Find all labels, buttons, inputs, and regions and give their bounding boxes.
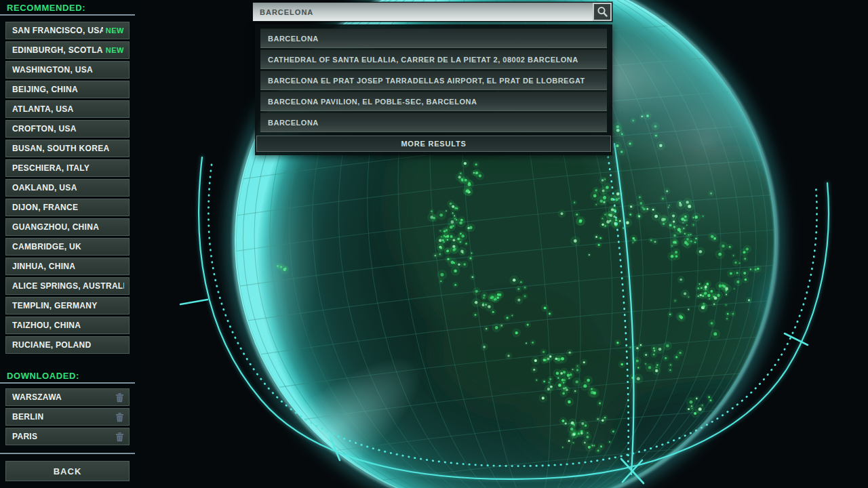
location-sidebar: RECOMMENDED: SAN FRANCISCO, USANEWEDINBU…: [0, 0, 135, 488]
recommended-item[interactable]: CAMBRIDGE, UK: [5, 238, 130, 256]
city-label: WASHINGTON, USA: [12, 65, 124, 75]
city-label: BERLIN: [12, 412, 113, 422]
city-label: TEMPLIN, GERMANY: [12, 301, 124, 310]
city-label: CAMBRIDGE, UK: [12, 242, 124, 251]
search-button[interactable]: [593, 3, 612, 21]
recommended-item[interactable]: BEIJING, CHINA: [5, 81, 130, 98]
results-list: BARCELONACATHEDRAL OF SANTA EULALIA, CAR…: [260, 28, 607, 132]
recommended-item[interactable]: TAIZHOU, CHINA: [5, 317, 130, 334]
trash-icon[interactable]: [115, 412, 124, 422]
downloaded-header: DOWNLOADED:: [7, 371, 79, 381]
city-label: BEIJING, CHINA: [12, 85, 124, 94]
recommended-item[interactable]: ALICE SPRINGS, AUSTRALIA: [5, 277, 130, 295]
separator: [0, 453, 135, 454]
separator: [0, 382, 135, 384]
downloaded-item[interactable]: WARSZAWA: [5, 388, 130, 406]
recommended-header: RECOMMENDED:: [7, 3, 85, 13]
city-label: PESCHIERA, ITALY: [12, 163, 124, 173]
recommended-item[interactable]: WASHINGTON, USA: [5, 61, 130, 79]
downloaded-item[interactable]: PARIS: [5, 428, 130, 445]
result-item[interactable]: CATHEDRAL OF SANTA EULALIA, CARRER DE LA…: [260, 49, 607, 69]
city-label: DIJON, FRANCE: [12, 203, 124, 212]
city-label: JINHUA, CHINA: [12, 262, 124, 271]
city-label: BUSAN, SOUTH KOREA: [12, 144, 124, 153]
recommended-item[interactable]: OAKLAND, USA: [5, 179, 130, 197]
city-label: SAN FRANCISCO, USA: [12, 26, 103, 35]
recommended-item[interactable]: GUANGZHOU, CHINA: [5, 218, 130, 236]
recommended-item[interactable]: BUSAN, SOUTH KOREA: [5, 140, 130, 157]
downloaded-item[interactable]: BERLIN: [5, 408, 130, 426]
world-map-screen: RECOMMENDED: SAN FRANCISCO, USANEWEDINBU…: [0, 0, 868, 488]
recommended-item[interactable]: CROFTON, USA: [5, 120, 130, 138]
city-label: WARSZAWA: [12, 392, 113, 402]
search-icon: [597, 6, 608, 18]
recommended-list: SAN FRANCISCO, USANEWEDINBURGH, SCOTLAND…: [5, 22, 130, 356]
city-label: TAIZHOU, CHINA: [12, 321, 124, 330]
city-label: PARIS: [12, 432, 113, 441]
new-badge: NEW: [106, 26, 124, 35]
recommended-item[interactable]: PESCHIERA, ITALY: [5, 159, 130, 177]
new-badge: NEW: [106, 46, 124, 54]
city-label: CROFTON, USA: [12, 124, 124, 134]
city-label: RUCIANE, POLAND: [12, 340, 124, 350]
search-bar: [252, 2, 612, 22]
city-label: ATLANTA, USA: [12, 104, 124, 114]
city-label: EDINBURGH, SCOTLAND: [12, 45, 103, 55]
recommended-item[interactable]: JINHUA, CHINA: [5, 258, 130, 275]
recommended-item[interactable]: RUCIANE, POLAND: [5, 336, 130, 354]
city-label: ALICE SPRINGS, AUSTRALIA: [12, 281, 124, 291]
result-item[interactable]: BARCELONA: [260, 28, 607, 48]
search-results-dropdown: BARCELONACATHEDRAL OF SANTA EULALIA, CAR…: [255, 24, 612, 155]
recommended-item[interactable]: TEMPLIN, GERMANY: [5, 297, 130, 314]
search-input[interactable]: [253, 3, 591, 21]
recommended-item[interactable]: ATLANTA, USA: [5, 100, 130, 118]
downloaded-list: WARSZAWABERLINPARIS: [5, 388, 130, 447]
result-item[interactable]: BARCELONA PAVILION, EL POBLE-SEC, BARCEL…: [260, 92, 607, 111]
separator: [0, 14, 135, 16]
recommended-item[interactable]: EDINBURGH, SCOTLANDNEW: [5, 41, 130, 59]
city-label: GUANGZHOU, CHINA: [12, 222, 124, 232]
city-label: OAKLAND, USA: [12, 183, 124, 192]
recommended-item[interactable]: DIJON, FRANCE: [5, 199, 130, 216]
trash-icon[interactable]: [115, 432, 124, 442]
result-item[interactable]: BARCELONA EL PRAT JOSEP TARRADELLAS AIRP…: [260, 70, 607, 90]
trash-icon[interactable]: [115, 392, 124, 403]
result-item[interactable]: BARCELONA: [260, 113, 607, 132]
more-results-button[interactable]: MORE RESULTS: [256, 136, 611, 152]
recommended-item[interactable]: SAN FRANCISCO, USANEW: [5, 22, 130, 39]
back-button[interactable]: BACK: [5, 461, 130, 481]
